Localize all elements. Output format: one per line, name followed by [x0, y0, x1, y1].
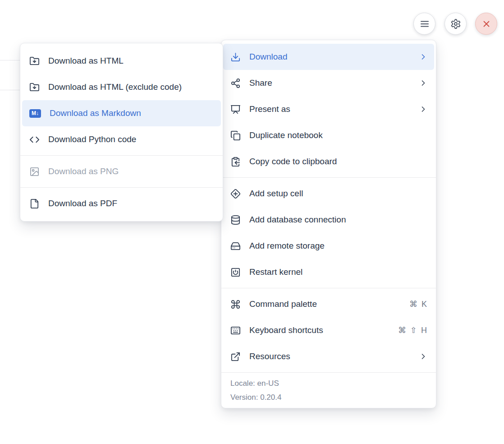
menu-item-download-as-html[interactable]: Download as HTML — [22, 48, 221, 74]
diamond-plus-icon — [230, 189, 241, 199]
version-text: Version: 0.20.4 — [230, 390, 427, 404]
menu-item-download[interactable]: Download — [223, 44, 434, 70]
shortcut-hint: ⌘ K — [409, 299, 428, 309]
file-icon — [29, 199, 40, 209]
chevron-right-icon — [419, 352, 428, 361]
menu-item-label: Download as HTML — [48, 56, 215, 66]
menu-item-label: Download Python code — [48, 134, 215, 144]
menu-item-download-as-png[interactable]: Download as PNG — [22, 158, 221, 185]
markdown-icon: M↓ — [29, 108, 41, 119]
clipboard-copy-icon — [230, 157, 241, 167]
menu-item-resources[interactable]: Resources — [223, 343, 434, 370]
menu-separator — [221, 288, 436, 288]
menu-item-label: Restart kernel — [249, 267, 428, 277]
external-link-icon — [230, 352, 241, 362]
share-icon — [230, 78, 241, 88]
image-icon — [29, 166, 40, 177]
keyboard-icon — [230, 325, 241, 336]
menu-item-label: Add remote storage — [249, 241, 428, 251]
menu-item-label: Resources — [249, 352, 419, 361]
gear-icon — [450, 18, 461, 29]
menu-item-label: Download as Markdown — [50, 108, 215, 118]
menu-item-duplicate-notebook[interactable]: Duplicate notebook — [223, 122, 434, 148]
folder-download-icon — [29, 56, 40, 66]
download-icon — [230, 52, 241, 62]
download-submenu: Download as HTML Download as HTML (exclu… — [20, 43, 223, 222]
notebook-actions-menu: Download Share Present as Duplicate note… — [221, 40, 436, 408]
menu-separator — [221, 177, 436, 178]
menu-item-label: Keyboard shortcuts — [249, 325, 398, 335]
menu-item-label: Download as PNG — [48, 166, 215, 176]
code-icon — [29, 134, 40, 145]
close-app-button[interactable] — [475, 13, 497, 35]
menu-item-copy-code[interactable]: Copy code to clipboard — [223, 148, 434, 175]
menu-item-present-as[interactable]: Present as — [223, 96, 434, 122]
presentation-icon — [230, 104, 241, 115]
menu-item-label: Copy code to clipboard — [249, 157, 428, 166]
chevron-right-icon — [419, 79, 428, 88]
menu-item-label: Command palette — [249, 299, 409, 309]
menu-separator — [20, 187, 223, 188]
menu-item-label: Duplicate notebook — [249, 130, 428, 140]
chevron-right-icon — [419, 105, 428, 114]
menu-item-download-as-markdown[interactable]: M↓ Download as Markdown — [22, 100, 221, 126]
menu-item-share[interactable]: Share — [223, 70, 434, 96]
command-icon — [230, 299, 241, 310]
menu-item-download-as-html-exclude-code[interactable]: Download as HTML (exclude code) — [22, 74, 221, 100]
locale-text: Locale: en-US — [230, 376, 427, 390]
duplicate-icon — [230, 130, 241, 141]
menu-item-download-python-code[interactable]: Download Python code — [22, 126, 221, 153]
menu-item-label: Download as HTML (exclude code) — [48, 82, 215, 92]
settings-button[interactable] — [444, 13, 467, 35]
close-icon — [481, 19, 491, 29]
menu-item-add-database-connection[interactable]: Add database connection — [223, 207, 434, 233]
menu-item-add-setup-cell[interactable]: Add setup cell — [223, 180, 434, 207]
menu-item-label: Download — [249, 52, 419, 62]
notebook-menu-button[interactable] — [413, 13, 435, 35]
menu-item-label: Share — [249, 78, 419, 88]
page-divider-line — [0, 60, 21, 60]
power-icon — [230, 267, 241, 278]
menu-footer: Locale: en-US Version: 0.20.4 — [221, 372, 436, 408]
menu-item-keyboard-shortcuts[interactable]: Keyboard shortcuts ⌘ ⇧ H — [223, 317, 434, 343]
menu-separator — [20, 155, 223, 156]
database-icon — [230, 215, 241, 225]
menu-item-download-as-pdf[interactable]: Download as PDF — [22, 190, 221, 217]
menu-item-label: Add setup cell — [249, 189, 428, 199]
page-divider-line — [0, 90, 21, 90]
shortcut-hint: ⌘ ⇧ H — [398, 325, 428, 335]
menu-item-label: Present as — [249, 104, 419, 114]
chevron-right-icon — [419, 52, 428, 61]
menu-item-command-palette[interactable]: Command palette ⌘ K — [223, 291, 434, 317]
hard-drive-icon — [230, 241, 241, 251]
hamburger-icon — [419, 18, 430, 29]
menu-item-restart-kernel[interactable]: Restart kernel — [223, 259, 434, 285]
menu-item-label: Download as PDF — [48, 199, 215, 208]
menu-item-add-remote-storage[interactable]: Add remote storage — [223, 233, 434, 259]
folder-download-icon — [29, 82, 40, 92]
menu-item-label: Add database connection — [249, 215, 428, 225]
